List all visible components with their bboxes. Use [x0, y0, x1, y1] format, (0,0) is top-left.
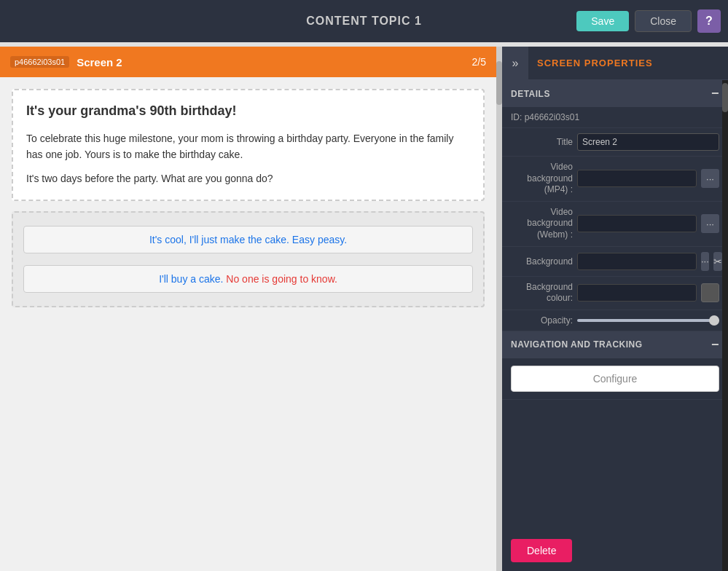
right-scrollbar[interactable]	[722, 80, 728, 571]
bg-color-input[interactable]	[577, 284, 697, 302]
save-button[interactable]: Save	[576, 11, 629, 31]
screen-counter: 2/5	[472, 56, 486, 68]
video-mp4-label: Videobackground(MP4) :	[511, 162, 573, 196]
bg-color-swatch[interactable]	[701, 283, 719, 302]
left-panel: p46662i03s01 Screen 2 2/5 It's your gran…	[0, 47, 496, 571]
title-input[interactable]	[577, 133, 719, 151]
choice-2[interactable]: I'll buy a cake. No one is going to know…	[23, 265, 473, 293]
video-webm-label: Videobackground(Webm) :	[511, 207, 573, 241]
delete-button[interactable]: Delete	[511, 539, 572, 562]
main-heading: It's your grandma's 90th birthday!	[26, 103, 470, 119]
page-title: CONTENT TOPIC 1	[306, 15, 422, 28]
nav-section-header: NAVIGATION AND TRACKING −	[502, 331, 728, 358]
bg-color-row: Backgroundcolour:	[502, 277, 728, 310]
left-scrollbar-thumb[interactable]	[496, 61, 502, 105]
video-webm-browse-button[interactable]: ···	[701, 214, 719, 233]
opacity-slider[interactable]	[577, 319, 719, 322]
body-text-2: It's two days before the party. What are…	[26, 170, 470, 186]
configure-section: Configure	[502, 358, 728, 400]
configure-button[interactable]: Configure	[511, 366, 719, 392]
delete-area: Delete	[502, 530, 581, 571]
background-input[interactable]	[577, 253, 697, 270]
title-row: Title	[502, 128, 728, 157]
nav-label: NAVIGATION AND TRACKING	[511, 339, 643, 350]
video-mp4-row: Videobackground(MP4) : ···	[502, 157, 728, 202]
choice-1[interactable]: It's cool, I'll just make the cake. Easy…	[23, 226, 473, 253]
background-row: Background ··· ✂	[502, 247, 728, 277]
background-crop-button[interactable]: ✂	[713, 252, 722, 271]
choices-box: It's cool, I'll just make the cake. Easy…	[12, 211, 485, 307]
close-button[interactable]: Close	[635, 10, 692, 32]
nav-collapse-icon[interactable]: −	[711, 337, 719, 353]
text-content-box: It's your grandma's 90th birthday! To ce…	[12, 89, 485, 201]
id-label: ID: p46662i03s01	[511, 112, 579, 122]
header: CONTENT TOPIC 1 Save Close ?	[0, 0, 728, 42]
collapse-button[interactable]: »	[502, 47, 528, 80]
background-label: Background	[511, 256, 573, 267]
screen-title-label: Screen 2	[77, 56, 122, 68]
video-mp4-input[interactable]	[577, 170, 697, 187]
right-scrollbar-thumb[interactable]	[722, 83, 728, 112]
main-area: p46662i03s01 Screen 2 2/5 It's your gran…	[0, 47, 728, 571]
bg-color-label: Backgroundcolour:	[511, 282, 573, 304]
details-collapse-icon[interactable]: −	[711, 86, 719, 101]
title-label: Title	[511, 137, 573, 147]
screen-header: p46662i03s01 Screen 2 2/5	[0, 47, 496, 77]
opacity-row: Opacity:	[502, 310, 728, 331]
header-buttons: Save Close ?	[576, 9, 721, 33]
help-button[interactable]: ?	[697, 9, 721, 33]
video-webm-input[interactable]	[577, 215, 697, 232]
panel-title: SCREEN PROPERTIES	[528, 58, 653, 68]
right-panel: » SCREEN PROPERTIES DETAILS − ID: p46662…	[502, 47, 728, 571]
background-browse-button[interactable]: ···	[701, 252, 709, 271]
details-section-header: DETAILS −	[502, 80, 728, 107]
video-mp4-browse-button[interactable]: ···	[701, 169, 719, 188]
id-row: ID: p46662i03s01	[502, 107, 728, 128]
left-scrollbar[interactable]	[496, 47, 502, 571]
content-area: It's your grandma's 90th birthday! To ce…	[0, 77, 496, 571]
opacity-label: Opacity:	[511, 315, 573, 326]
video-webm-row: Videobackground(Webm) : ···	[502, 202, 728, 247]
body-text-1: To celebrate this huge milestone, your m…	[26, 130, 470, 163]
details-label: DETAILS	[511, 89, 550, 99]
panel-header: » SCREEN PROPERTIES	[502, 47, 728, 80]
screen-id-badge: p46662i03s01	[10, 56, 69, 68]
